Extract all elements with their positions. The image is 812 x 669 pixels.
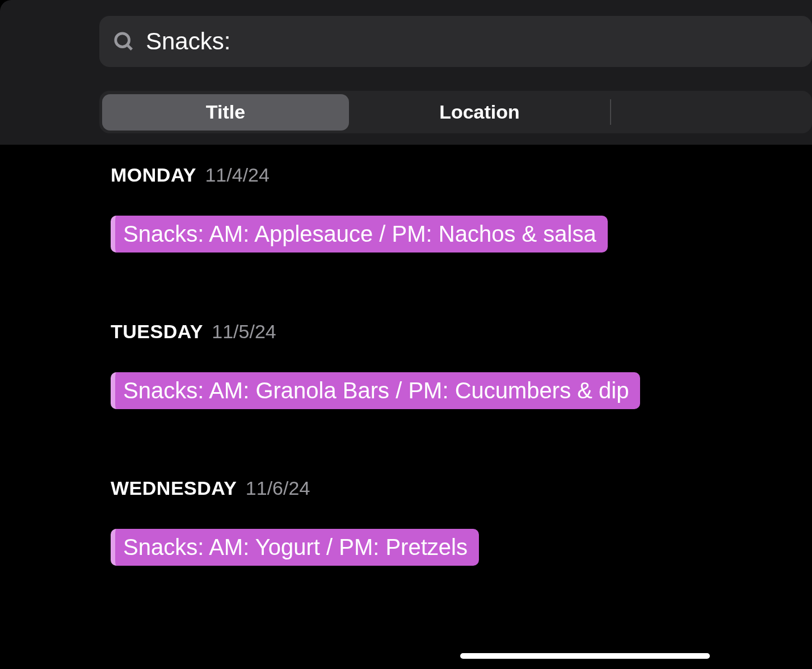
event-title: Snacks: AM: Granola Bars / PM: Cucumbers…	[123, 378, 629, 403]
home-indicator[interactable]	[460, 653, 710, 659]
search-scope-tabs: Title Location	[99, 91, 812, 133]
tab-location-label: Location	[439, 101, 520, 123]
tab-location[interactable]: Location	[349, 94, 610, 131]
event-title: Snacks: AM: Applesauce / PM: Nachos & sa…	[123, 221, 596, 247]
event-item[interactable]: Snacks: AM: Yogurt / PM: Pretzels	[111, 529, 479, 566]
event-title: Snacks: AM: Yogurt / PM: Pretzels	[123, 535, 468, 560]
day-header: WEDNESDAY 11/6/24	[111, 477, 812, 499]
tab-divider	[610, 99, 611, 125]
day-header: TUESDAY 11/5/24	[111, 321, 812, 343]
day-group: TUESDAY 11/5/24 Snacks: AM: Granola Bars…	[111, 293, 812, 450]
event-item[interactable]: Snacks: AM: Applesauce / PM: Nachos & sa…	[111, 216, 608, 253]
search-input-value: Snacks:	[146, 28, 230, 55]
tab-title[interactable]: Title	[102, 94, 349, 131]
search-icon	[113, 31, 134, 52]
day-name: TUESDAY	[111, 321, 203, 342]
day-header: MONDAY 11/4/24	[111, 164, 812, 186]
day-group: WEDNESDAY 11/6/24 Snacks: AM: Yogurt / P…	[111, 450, 812, 607]
svg-point-0	[116, 33, 129, 47]
day-date: 11/4/24	[205, 164, 269, 186]
day-name: WEDNESDAY	[111, 477, 237, 499]
tab-title-label: Title	[206, 101, 245, 123]
event-item[interactable]: Snacks: AM: Granola Bars / PM: Cucumbers…	[111, 372, 640, 409]
day-name: MONDAY	[111, 164, 196, 186]
day-date: 11/6/24	[246, 477, 310, 499]
top-bar: Snacks: Title Location	[0, 0, 812, 145]
day-date: 11/5/24	[212, 321, 276, 342]
search-results: MONDAY 11/4/24 Snacks: AM: Applesauce / …	[0, 145, 812, 607]
search-field[interactable]: Snacks:	[99, 16, 812, 67]
day-group: MONDAY 11/4/24 Snacks: AM: Applesauce / …	[111, 145, 812, 293]
svg-line-1	[127, 45, 132, 49]
